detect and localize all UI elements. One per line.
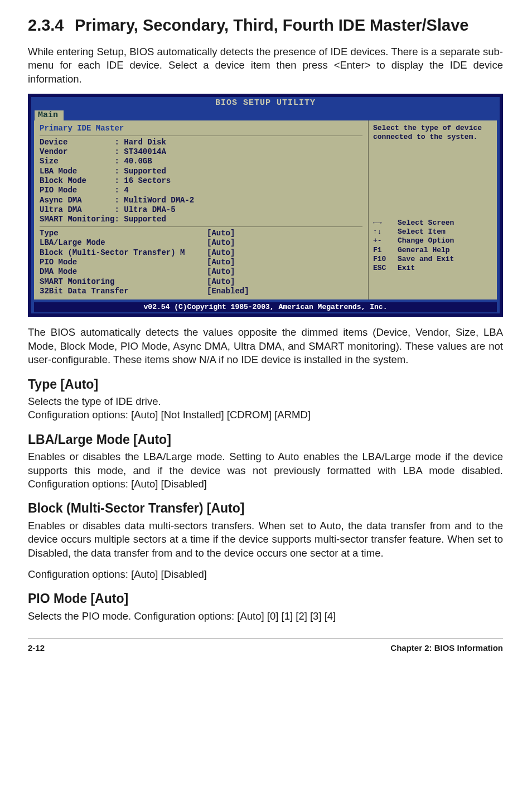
help-key-desc: Change Option	[398, 236, 454, 245]
bios-option-value: [Auto]	[207, 258, 362, 267]
lba-heading: LBA/Large Mode [Auto]	[28, 431, 503, 448]
help-key: F1	[373, 246, 398, 255]
bios-option-value: [Auto]	[207, 229, 362, 238]
pio-heading: PIO Mode [Auto]	[28, 590, 503, 607]
bios-dimmed-row: Async DMA : MultiWord DMA-2	[40, 196, 362, 205]
help-key-row: +-Change Option	[373, 236, 492, 245]
bios-tab-row: Main	[31, 109, 500, 121]
bios-option-label: PIO Mode	[40, 258, 207, 267]
section-number: 2.3.4	[28, 16, 75, 35]
type-paragraph-1: Selects the type of IDE drive.	[28, 395, 503, 408]
bios-help-text: Select the type of device connected to t…	[373, 124, 492, 219]
bios-dimmed-row: SMART Monitoring: Supported	[40, 215, 362, 224]
type-paragraph-2: Configuration options: [Auto] [Not Insta…	[28, 408, 503, 422]
bios-screenshot: BIOS SETUP UTILITY Main Primary IDE Mast…	[28, 94, 503, 317]
bios-left-pane: Primary IDE Master Device : Hard Disk Ve…	[34, 120, 369, 299]
bios-dimmed-row: Vendor : ST340014A	[40, 147, 362, 157]
bios-option-value: [Auto]	[207, 248, 362, 258]
bios-left-heading: Primary IDE Master	[40, 124, 362, 133]
bios-window-title: BIOS SETUP UTILITY	[31, 97, 500, 109]
bios-option-label: Block (Multi-Sector Transfer) M	[40, 248, 207, 258]
help-key-desc: General Help	[398, 246, 450, 255]
block-paragraph-1: Enables or disables data multi-sectors t…	[28, 519, 503, 560]
divider	[40, 226, 362, 227]
bios-dimmed-row: Device : Hard Disk	[40, 138, 362, 147]
help-key-desc: Exit	[398, 264, 415, 273]
bios-option-value: [Auto]	[207, 267, 362, 277]
bios-option-row[interactable]: Type [Auto]	[40, 229, 362, 238]
after-bios-paragraph: The BIOS automatically detects the value…	[28, 326, 503, 366]
bios-dimmed-row: LBA Mode : Supported	[40, 167, 362, 176]
bios-dimmed-row: Size : 40.0GB	[40, 157, 362, 166]
page-number: 2-12	[28, 642, 45, 654]
pio-paragraph: Selects the PIO mode. Configuration opti…	[28, 610, 503, 623]
bios-option-value: [Auto]	[207, 238, 362, 248]
help-key: +-	[373, 236, 398, 245]
help-key-desc: Select Screen	[398, 219, 454, 228]
bios-option-value: [Auto]	[207, 277, 362, 287]
divider	[40, 136, 362, 136]
help-key-desc: Save and Exit	[398, 255, 454, 264]
bios-help-keys: ←→Select Screen ↑↓Select Item +-Change O…	[373, 219, 492, 273]
help-key-row: ↑↓Select Item	[373, 228, 492, 236]
help-key: ↑↓	[373, 228, 398, 236]
bios-titlebar: BIOS SETUP UTILITY	[31, 97, 500, 109]
section-title: Primary, Secondary, Third, Fourth IDE Ma…	[75, 16, 503, 35]
bios-option-label: 32Bit Data Transfer	[40, 287, 207, 296]
help-key-desc: Select Item	[398, 228, 446, 236]
help-key-row: F1General Help	[373, 246, 492, 255]
help-key-row: ESCExit	[373, 264, 492, 273]
bios-dimmed-row: PIO Mode : 4	[40, 186, 362, 195]
bios-tab-main: Main	[35, 110, 64, 121]
block-heading: Block (Multi-Sector Transfer) [Auto]	[28, 500, 503, 516]
bios-panel: Primary IDE Master Device : Hard Disk Ve…	[34, 120, 497, 299]
bios-dimmed-row: Block Mode : 16 Sectors	[40, 176, 362, 186]
bios-dimmed-row: Ultra DMA : Ultra DMA-5	[40, 205, 362, 215]
help-key-row: ←→Select Screen	[373, 219, 492, 228]
help-key: ESC	[373, 264, 398, 273]
help-key: F10	[373, 255, 398, 264]
help-key-row: F10Save and Exit	[373, 255, 492, 264]
bios-option-value: [Enabled]	[207, 287, 362, 296]
bios-option-row[interactable]: PIO Mode [Auto]	[40, 258, 362, 267]
bios-option-row[interactable]: LBA/Large Mode [Auto]	[40, 238, 362, 248]
bios-right-pane: Select the type of device connected to t…	[369, 120, 497, 299]
bios-option-row[interactable]: 32Bit Data Transfer [Enabled]	[40, 287, 362, 296]
help-key: ←→	[373, 219, 398, 228]
type-heading: Type [Auto]	[28, 376, 503, 393]
bios-option-row[interactable]: DMA Mode [Auto]	[40, 267, 362, 277]
bios-option-label: SMART Monitoring	[40, 277, 207, 287]
bios-option-row[interactable]: Block (Multi-Sector Transfer) M [Auto]	[40, 248, 362, 258]
bios-footer: v02.54 (C)Copyright 1985-2003, American …	[34, 302, 497, 312]
block-paragraph-2: Configuration options: [Auto] [Disabled]	[28, 568, 503, 581]
section-heading: 2.3.4 Primary, Secondary, Third, Fourth …	[28, 16, 503, 35]
lba-paragraph: Enables or disables the LBA/Large mode. …	[28, 450, 503, 491]
chapter-label: Chapter 2: BIOS Information	[390, 642, 503, 654]
intro-paragraph: While entering Setup, BIOS automatically…	[28, 45, 503, 86]
bios-option-label: LBA/Large Mode	[40, 238, 207, 248]
bios-option-label: Type	[40, 229, 207, 238]
bios-option-row[interactable]: SMART Monitoring [Auto]	[40, 277, 362, 287]
page-footer: 2-12 Chapter 2: BIOS Information	[28, 639, 503, 654]
bios-option-label: DMA Mode	[40, 267, 207, 277]
